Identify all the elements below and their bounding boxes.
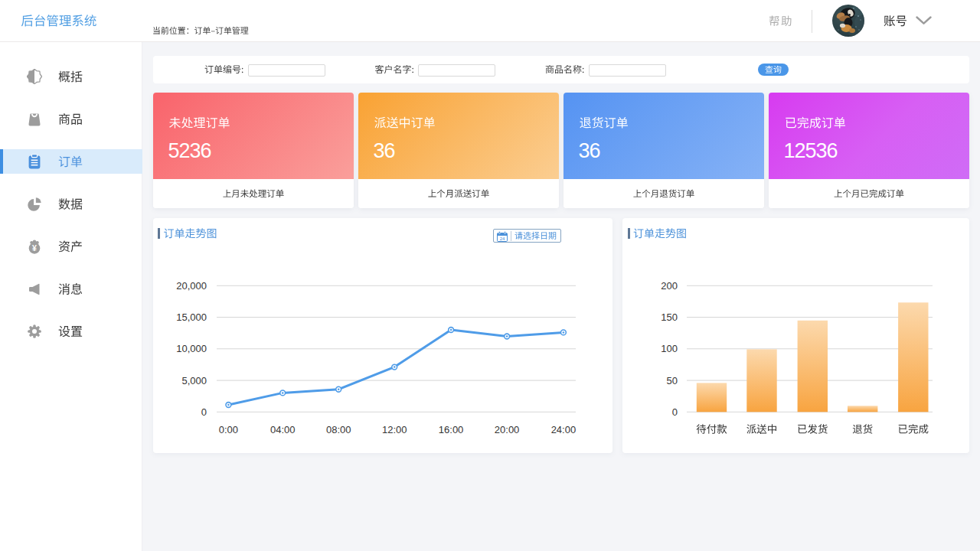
svg-text:¥: ¥ (32, 243, 37, 253)
svg-text:150: 150 (661, 311, 678, 323)
svg-text:12:00: 12:00 (382, 424, 407, 435)
svg-text:15,000: 15,000 (176, 311, 207, 323)
svg-text:20:00: 20:00 (495, 424, 520, 435)
svg-text:10,000: 10,000 (176, 343, 207, 354)
svg-text:16:00: 16:00 (439, 424, 464, 435)
svg-text:24:00: 24:00 (551, 424, 577, 435)
svg-text:0: 0 (201, 406, 207, 418)
svg-text:04:00: 04:00 (270, 424, 296, 435)
svg-text:0: 0 (672, 406, 678, 418)
svg-text:0:00: 0:00 (219, 424, 238, 435)
svg-text:5,000: 5,000 (181, 375, 207, 386)
svg-text:100: 100 (661, 343, 678, 354)
svg-text:08:00: 08:00 (326, 424, 351, 435)
svg-text:50: 50 (667, 375, 678, 386)
svg-text:200: 200 (661, 280, 678, 292)
svg-text:20,000: 20,000 (176, 280, 207, 292)
svg-text:24: 24 (500, 236, 505, 241)
